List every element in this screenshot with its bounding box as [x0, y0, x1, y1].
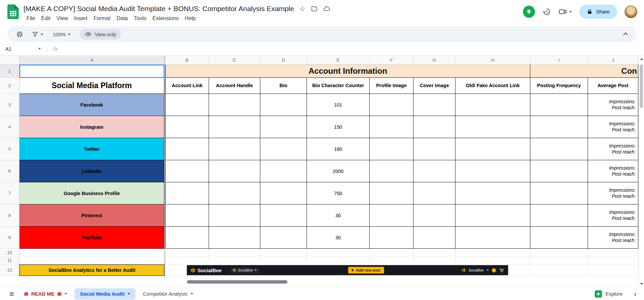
empty-cell[interactable]	[370, 116, 414, 138]
column-header-b[interactable]: B	[165, 56, 209, 65]
meet-video-button[interactable]	[558, 7, 572, 16]
empty-cell[interactable]	[414, 138, 455, 160]
empty-cell[interactable]	[260, 204, 307, 227]
row-header-8[interactable]: 8	[0, 204, 19, 227]
empty-cell[interactable]	[530, 227, 588, 249]
frozen-pane-divider[interactable]	[164, 56, 165, 278]
bio-counter-cell[interactable]: 30	[307, 204, 370, 227]
cell-a1-selected[interactable]	[19, 65, 164, 78]
row-header-3[interactable]: 3	[0, 94, 19, 116]
sheets-logo-icon[interactable]	[7, 4, 19, 19]
cell-header-cover-image[interactable]: Cover Image	[414, 78, 455, 94]
empty-cell[interactable]	[370, 182, 414, 204]
empty-cell[interactable]	[530, 264, 588, 276]
row-header-2[interactable]: 2	[0, 78, 19, 94]
cell-socialbee-analytics-label[interactable]: SocialBee Analytics for a Better Audit	[19, 264, 164, 276]
row-header-11[interactable]: 11	[0, 256, 19, 264]
share-button[interactable]: Share	[579, 5, 617, 19]
empty-cell[interactable]	[260, 138, 307, 160]
empty-cell[interactable]	[455, 116, 530, 138]
empty-cell[interactable]	[165, 227, 209, 249]
column-header-f[interactable]: F	[370, 56, 414, 65]
empty-cell[interactable]	[165, 138, 209, 160]
row-header-6[interactable]: 6	[0, 160, 19, 182]
vertical-scrollbar[interactable]	[638, 56, 644, 287]
empty-cell[interactable]	[414, 204, 455, 227]
empty-cell[interactable]	[260, 182, 307, 204]
empty-cell[interactable]	[530, 249, 588, 256]
bio-counter-cell[interactable]: 150	[307, 116, 370, 138]
scroll-down-arrow[interactable]	[639, 281, 644, 287]
filter-dropdown[interactable]	[29, 31, 46, 38]
empty-cell[interactable]	[455, 249, 530, 256]
row-header-10[interactable]: 10	[0, 249, 19, 256]
cell-platform-column-header[interactable]: Social Media Platform	[19, 78, 164, 94]
empty-cell[interactable]	[588, 256, 638, 264]
tab-competitor-analysis[interactable]: Competitor Analysis	[138, 288, 199, 300]
bio-counter-cell[interactable]: 2000	[307, 160, 370, 182]
avg-post-cell[interactable]: Impressions: Post reach:	[588, 116, 638, 138]
empty-cell[interactable]	[455, 160, 530, 182]
column-header-c[interactable]: C	[209, 56, 260, 65]
row-header-4[interactable]: 4	[0, 116, 19, 138]
empty-cell[interactable]	[414, 227, 455, 249]
socialbee-banner-image[interactable]: SocialBee SocialBee Add new post SocialB…	[187, 265, 508, 275]
meet-dropdown-caret-icon[interactable]	[569, 11, 572, 13]
empty-cell[interactable]	[530, 204, 588, 227]
star-icon[interactable]: ☆	[300, 5, 306, 13]
empty-cell[interactable]	[530, 182, 588, 204]
menu-extensions[interactable]: Extensions	[150, 14, 182, 22]
empty-cell[interactable]	[165, 204, 209, 227]
empty-cell[interactable]	[209, 138, 260, 160]
empty-cell[interactable]	[19, 249, 164, 256]
empty-cell[interactable]	[209, 182, 260, 204]
empty-cell[interactable]	[209, 160, 260, 182]
empty-cell[interactable]	[455, 94, 530, 116]
tab-menu-caret-icon[interactable]	[191, 293, 193, 295]
menu-insert[interactable]: Insert	[71, 14, 91, 22]
empty-cell[interactable]	[414, 182, 455, 204]
menu-help[interactable]: Help	[182, 14, 199, 22]
avg-post-cell[interactable]: Impressions: Post reach:	[588, 138, 638, 160]
empty-cell[interactable]	[165, 94, 209, 116]
empty-cell[interactable]	[588, 249, 638, 256]
all-sheets-menu-icon[interactable]: ≡	[5, 290, 19, 298]
version-history-icon[interactable]	[542, 7, 551, 16]
explore-button[interactable]: Explore	[595, 290, 634, 298]
empty-cell[interactable]	[165, 182, 209, 204]
toolbar-collapse-button[interactable]	[625, 33, 631, 36]
empty-cell[interactable]	[530, 256, 588, 264]
print-icon[interactable]	[13, 31, 26, 38]
horizontal-scrollbar-thumb[interactable]	[187, 280, 287, 284]
empty-cell[interactable]	[307, 249, 370, 256]
empty-cell[interactable]	[414, 256, 455, 264]
menu-tools[interactable]: Tools	[131, 14, 149, 22]
empty-cell[interactable]	[260, 94, 307, 116]
menu-edit[interactable]: Edit	[38, 14, 54, 22]
tab-social-media-audit[interactable]: Social Media Audit	[74, 288, 136, 300]
tab-menu-caret-icon[interactable]	[64, 293, 67, 295]
empty-cell[interactable]	[165, 116, 209, 138]
menu-file[interactable]: File	[23, 14, 38, 22]
row-header-1[interactable]: 1	[0, 65, 19, 78]
avg-post-cell[interactable]: Impressions: Post reach:	[588, 182, 638, 204]
cell-content-section-header[interactable]: Con	[530, 65, 638, 78]
empty-cell[interactable]	[209, 227, 260, 249]
cell-name-box[interactable]: A1	[0, 46, 44, 52]
menu-data[interactable]: Data	[113, 14, 131, 22]
empty-cell[interactable]	[260, 116, 307, 138]
empty-cell[interactable]	[209, 94, 260, 116]
empty-cell[interactable]	[209, 204, 260, 227]
avatar[interactable]	[625, 5, 637, 18]
platform-name-cell[interactable]: LinkedIn	[19, 160, 164, 182]
column-header-e[interactable]: E	[307, 56, 370, 65]
empty-cell[interactable]	[209, 256, 260, 264]
cell-header-account-handle[interactable]: Account Handle	[209, 78, 260, 94]
column-header-a[interactable]: A	[19, 56, 164, 65]
document-title[interactable]: [MAKE A COPY] Social Media Audit Templat…	[23, 5, 294, 13]
row-header-9[interactable]: 9	[0, 227, 19, 249]
scroll-up-arrow[interactable]	[639, 56, 644, 62]
bio-counter-cell[interactable]: 750	[307, 182, 370, 204]
empty-cell[interactable]	[455, 227, 530, 249]
empty-cell[interactable]	[370, 256, 414, 264]
